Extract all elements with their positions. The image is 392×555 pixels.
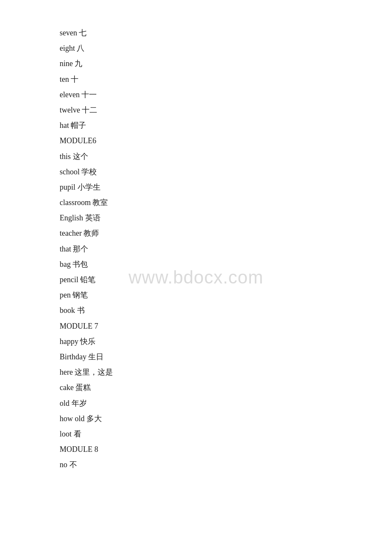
word-item-happy: happy 快乐	[60, 334, 332, 349]
word-item-school: school 学校	[60, 165, 332, 179]
word-item-classroom: classroom 教室	[60, 195, 332, 210]
word-item-eleven: eleven 十一	[60, 87, 332, 102]
word-item-bag: bag 书包	[60, 257, 332, 272]
word-item-ten: ten 十	[60, 72, 332, 87]
word-item-birthday: Birthday 生日	[60, 350, 332, 364]
word-item-pencil: pencil 铅笔	[60, 272, 332, 287]
word-item-english: English 英语	[60, 211, 332, 225]
word-item-loot: loot 看	[60, 427, 332, 441]
word-item-no: no 不	[60, 457, 332, 472]
word-item-here: here 这里，这是	[60, 365, 332, 379]
word-item-cake: cake 蛋糕	[60, 380, 332, 395]
word-item-module8: MODULE 8	[60, 442, 332, 457]
word-item-book: book 书	[60, 303, 332, 318]
word-item-old: old 年岁	[60, 396, 332, 410]
word-item-module7: MODULE 7	[60, 319, 332, 333]
word-item-teacher: teacher 教师	[60, 226, 332, 240]
word-item-pupil: pupil 小学生	[60, 180, 332, 194]
word-item-pen: pen 钢笔	[60, 288, 332, 302]
word-item-hat: hat 帽子	[60, 118, 332, 133]
word-item-that: that 那个	[60, 242, 332, 256]
page-content: seven 七eight 八nine 九ten 十eleven 十一twelve…	[0, 0, 392, 498]
word-item-eight: eight 八	[60, 41, 332, 55]
word-item-this: this 这个	[60, 149, 332, 164]
word-item-how-old: how old 多大	[60, 411, 332, 426]
word-item-seven: seven 七	[60, 26, 332, 40]
word-item-nine: nine 九	[60, 56, 332, 71]
word-item-module6: MODULE6	[60, 133, 332, 148]
word-item-twelve: twelve 十二	[60, 103, 332, 117]
